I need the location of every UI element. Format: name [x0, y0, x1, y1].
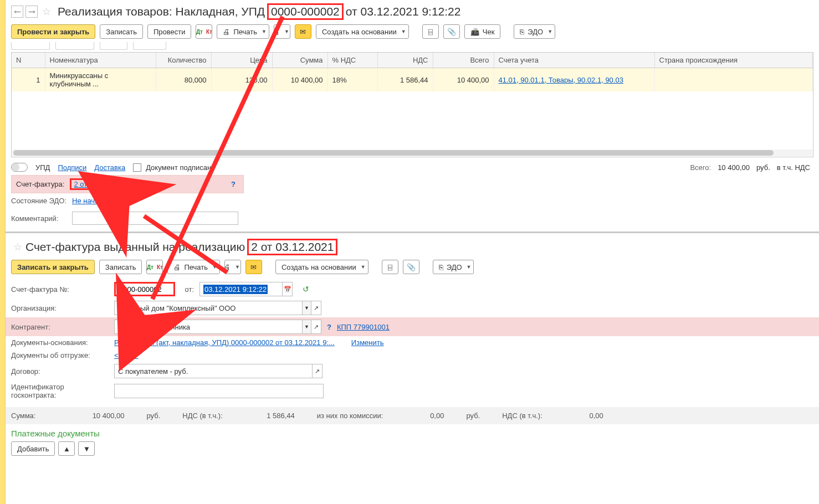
signatures-link[interactable]: Подписи — [58, 163, 86, 172]
cell-sum[interactable]: 10 400,00 — [272, 68, 327, 92]
col-country[interactable]: Страна происхождения — [654, 53, 813, 68]
col-total[interactable]: Всего — [433, 53, 494, 68]
sf-no-input[interactable] — [114, 282, 175, 296]
sf-date-value[interactable]: 03.12.2021 9:12:22 — [203, 285, 268, 294]
cell-total[interactable]: 10 400,00 — [433, 68, 494, 92]
attach-button[interactable]: 📎 — [443, 24, 460, 39]
edo-button-2[interactable]: ⎘ЭДО▼ — [433, 260, 474, 274]
edo-button[interactable]: ⎘ЭДО▼ — [514, 24, 555, 39]
print-dropdown[interactable]: 🖨▼ — [274, 24, 290, 39]
open-ref-icon[interactable]: ↗ — [311, 320, 321, 334]
open-ref-icon[interactable]: ↗ — [313, 364, 323, 378]
ship-docs-link[interactable]: <Авто> — [114, 351, 139, 359]
mail-button[interactable]: ✉ — [295, 24, 311, 39]
cheque-button[interactable]: 📠Чек — [464, 24, 501, 39]
delivery-link[interactable]: Доставка — [94, 163, 125, 172]
gos-id-input[interactable] — [114, 384, 324, 398]
dt-kt-button[interactable]: ДтКт — [196, 24, 212, 39]
col-n[interactable]: N — [12, 53, 45, 68]
add-button[interactable]: Добавить — [11, 441, 55, 456]
accounts-link[interactable]: 41.01, 90.01.1, Товары, 90.02.1, 90.03 — [499, 76, 623, 84]
org-combo[interactable]: Торговый дом "Комплексный" ООО ▼ ↗ — [114, 301, 321, 315]
table-row[interactable]: 1 Миникруассаны с клубничным ... 80,000 … — [12, 68, 813, 92]
col-qty[interactable]: Количество — [156, 53, 211, 68]
open-ref-icon[interactable]: ↗ — [311, 301, 321, 315]
col-accts[interactable]: Счета учета — [494, 53, 654, 68]
tree-icon: ⌸ — [428, 28, 433, 36]
col-sum[interactable]: Сумма — [272, 53, 327, 68]
move-up-button[interactable]: ▲ — [58, 441, 75, 456]
totals-incl: в т.ч. НДС — [777, 163, 810, 172]
print-button-2[interactable]: 🖨Печать▼ — [167, 260, 220, 274]
post-and-close-button[interactable]: Провести и закрыть — [11, 24, 95, 39]
save-button[interactable]: Записать — [100, 24, 143, 39]
ca-combo[interactable]: Антикафе Земляника ▼ ↗ — [114, 320, 321, 334]
move-down-button[interactable]: ▼ — [78, 441, 95, 456]
change-link[interactable]: Изменить — [351, 338, 384, 347]
cell-n[interactable]: 1 — [12, 68, 45, 92]
cell-qty[interactable]: 80,000 — [156, 68, 211, 92]
title-prefix: Реализация товаров: Накладная, УПД — [58, 5, 265, 18]
ship-docs-label: Документы об отгрузке: — [11, 351, 109, 359]
contract-combo[interactable]: С покупателем - руб. ↗ — [114, 364, 323, 378]
sf-date-combo[interactable]: 03.12.2021 9:12:22 📅 — [199, 282, 293, 296]
sf-no-label: Счет-фактура №: — [11, 285, 109, 294]
hidden-toolbar — [6, 42, 819, 52]
cell-item[interactable]: Миникруассаны с клубничным ... — [45, 68, 156, 92]
chevron-down-icon: ▼ — [401, 29, 406, 34]
mail-button-2[interactable]: ✉ — [245, 260, 262, 274]
col-price[interactable]: Цена — [211, 53, 272, 68]
structure-button-2[interactable]: ⌸ — [382, 260, 398, 274]
printer-icon: 🖨 — [223, 28, 230, 36]
help-icon[interactable]: ? — [231, 180, 239, 188]
comment-input[interactable] — [72, 212, 238, 225]
title-number-highlight: 0000-000002 — [267, 3, 344, 20]
save-and-close-button[interactable]: Записать и закрыть — [11, 260, 95, 274]
structure-button[interactable]: ⌸ — [422, 24, 439, 39]
chevron-down-icon[interactable]: ▼ — [303, 320, 311, 334]
back-button[interactable]: 🡐 — [11, 6, 23, 18]
refresh-icon[interactable]: ↺ — [303, 285, 309, 294]
doc-signed-checkbox[interactable] — [133, 163, 141, 172]
cell-vat[interactable]: 1 586,44 — [377, 68, 433, 92]
save-button-2[interactable]: Записать — [99, 260, 142, 274]
chevron-down-icon[interactable]: ▼ — [303, 301, 311, 315]
printer-icon: 🖨 — [173, 263, 181, 271]
cell-country[interactable] — [654, 68, 813, 92]
forward-button[interactable]: 🡒 — [25, 6, 38, 18]
help-icon[interactable]: ? — [327, 323, 331, 331]
payment-docs-heading: Платежные документы — [6, 424, 819, 439]
sf-link[interactable]: 2 от 03.12.2021 — [74, 180, 125, 188]
edo-state-link[interactable]: Не начат — [72, 197, 102, 205]
items-table[interactable]: N Номенклатура Количество Цена Сумма % Н… — [11, 52, 813, 157]
col-vat-rate[interactable]: % НДС — [327, 53, 377, 68]
create-based-button-2[interactable]: Создать на основании▼ — [275, 260, 368, 274]
upd-toggle[interactable] — [11, 163, 28, 172]
totals-block: Всего: 10 400,00 руб. в т.ч. НДС — [690, 163, 813, 172]
printer-icon: 🖨 — [273, 28, 280, 36]
vat-in-label: НДС (в т.ч.): — [182, 412, 223, 420]
dt-kt-button-2[interactable]: ДтКт — [146, 260, 163, 274]
post-button[interactable]: Провести — [147, 24, 192, 39]
horizontal-scrollbar[interactable] — [12, 150, 812, 156]
gos-id-label: Идентификатор госконтракта: — [11, 383, 109, 399]
attach-button-2[interactable]: 📎 — [403, 260, 419, 274]
calendar-icon[interactable]: 📅 — [283, 282, 293, 296]
cell-vat-rate[interactable]: 18% — [327, 68, 377, 92]
doc-basis-link[interactable]: Реализация (акт, накладная, УПД) 0000-00… — [114, 338, 335, 347]
cell-accts[interactable]: 41.01, 90.01.1, Товары, 90.02.1, 90.03 — [494, 68, 654, 92]
col-vat[interactable]: НДС — [377, 53, 433, 68]
print-button[interactable]: 🖨 Печать ▼ — [217, 24, 269, 39]
sf-label: Счет-фактура: — [16, 180, 64, 188]
favorite-star-icon[interactable]: ☆ — [13, 241, 22, 253]
create-based-label: Создать на основании — [322, 28, 397, 36]
create-based-button[interactable]: Создать на основании▼ — [316, 24, 409, 39]
col-item[interactable]: Номенклатура — [45, 53, 156, 68]
cell-price[interactable]: 130,00 — [211, 68, 272, 92]
favorite-star-icon[interactable]: ☆ — [42, 6, 51, 18]
envelope-icon: ✉ — [300, 28, 306, 36]
print-dropdown-2[interactable]: 🖨▼ — [224, 260, 241, 274]
title-suffix: от 03.12.2021 9:12:22 — [346, 5, 461, 18]
kpp-link[interactable]: КПП 779901001 — [337, 323, 390, 331]
printer-icon: 🖨 — [223, 263, 231, 271]
